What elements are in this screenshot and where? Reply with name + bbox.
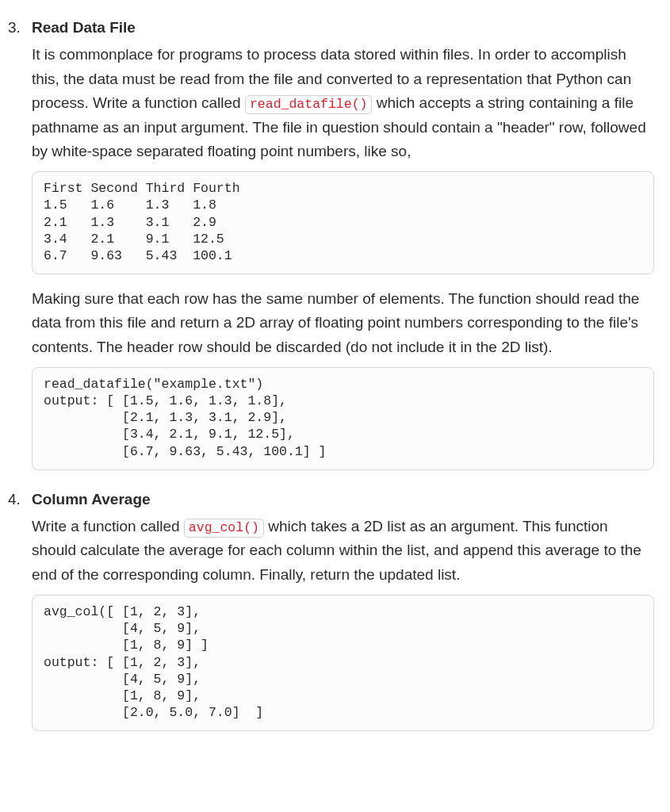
problem-list: Read Data File It is commonplace for pro… bbox=[8, 16, 654, 731]
example-datafile-block: First Second Third Fourth 1.5 1.6 1.3 1.… bbox=[32, 171, 654, 274]
read-datafile-output-block: read_datafile("example.txt") output: [ [… bbox=[32, 367, 654, 470]
problem-3-intro: It is commonplace for programs to proces… bbox=[32, 43, 654, 163]
avg-col-output-block: avg_col([ [1, 2, 3], [4, 5, 9], [1, 8, 9… bbox=[32, 595, 654, 731]
intro-text-before: Write a function called bbox=[32, 518, 184, 534]
problem-4-intro: Write a function called avg_col() which … bbox=[32, 515, 654, 587]
avg-col-code: avg_col() bbox=[184, 519, 264, 538]
problem-3: Read Data File It is commonplace for pro… bbox=[8, 16, 654, 470]
problem-4-title: Column Average bbox=[32, 488, 654, 511]
problem-4: Column Average Write a function called a… bbox=[8, 488, 654, 731]
problem-3-title: Read Data File bbox=[32, 16, 654, 40]
problem-3-mid-para: Making sure that each row has the same n… bbox=[32, 287, 654, 359]
read-datafile-code: read_datafile() bbox=[245, 95, 373, 114]
